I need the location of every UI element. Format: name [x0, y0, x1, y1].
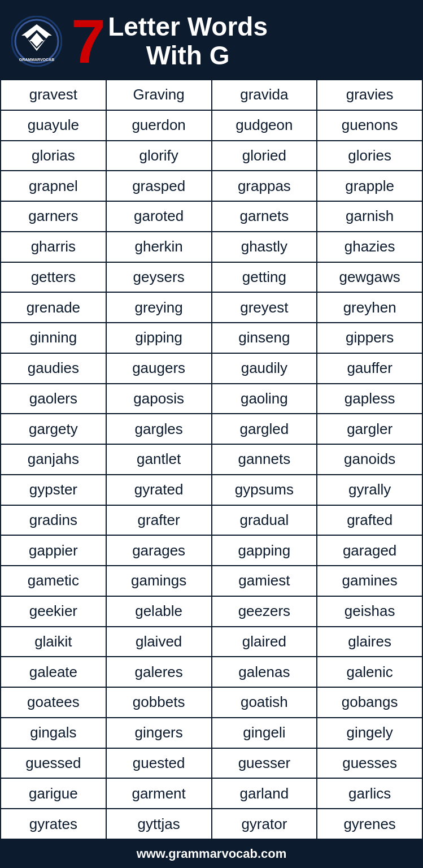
word-table: gravestGravinggravidagraviesguayuleguerd… — [0, 79, 423, 840]
word-cell: ginseng — [212, 323, 317, 353]
word-cell: gapping — [212, 535, 317, 566]
word-cell: grapple — [317, 171, 422, 201]
table-row: goateesgobbetsgoatishgobangs — [1, 687, 422, 718]
word-cell: gapless — [317, 384, 422, 414]
word-cell: greyhen — [317, 292, 422, 323]
word-cell: galenas — [212, 657, 317, 687]
word-cell: gingeli — [212, 718, 317, 748]
word-cell: Graving — [106, 80, 212, 110]
table-row: gharrisgherkinghastlyghazies — [1, 232, 422, 262]
table-row: ganjahsgantletgannetsganoids — [1, 444, 422, 475]
word-cell: getters — [1, 262, 106, 293]
word-cell: gravest — [1, 80, 106, 110]
table-row: grapnelgraspedgrappasgrapple — [1, 171, 422, 201]
word-cell: gherkin — [106, 232, 212, 262]
word-cell: gingals — [1, 718, 106, 748]
word-cell: gelable — [106, 596, 212, 627]
word-cell: gravida — [212, 80, 317, 110]
word-cell: gingers — [106, 718, 212, 748]
word-cell: gradins — [1, 505, 106, 536]
word-cell: goatees — [1, 687, 106, 718]
word-cell: garoted — [106, 201, 212, 232]
word-cell: gantlet — [106, 444, 212, 475]
word-cell: greyest — [212, 292, 317, 323]
word-cell: grenade — [1, 292, 106, 323]
footer-url: www.grammarvocab.com — [137, 847, 287, 861]
word-cell: gravies — [317, 80, 422, 110]
word-cell: gargety — [1, 414, 106, 444]
word-cell: gametic — [1, 566, 106, 596]
word-cell: grafted — [317, 505, 422, 536]
word-cell: guessed — [1, 748, 106, 779]
word-cell: glorias — [1, 141, 106, 171]
word-cell: glories — [317, 141, 422, 171]
word-cell: garlics — [317, 778, 422, 809]
table-row: gyratesgyttjasgyratorgyrenes — [1, 809, 422, 839]
word-cell: gargled — [212, 414, 317, 444]
word-cell: gudgeon — [212, 110, 317, 141]
word-cell: guested — [106, 748, 212, 779]
word-cell: ginning — [1, 323, 106, 353]
word-cell: gaoling — [212, 384, 317, 414]
word-cell: garland — [212, 778, 317, 809]
word-cell: ganjahs — [1, 444, 106, 475]
table-row: gypstergyratedgypsumsgyrally — [1, 475, 422, 505]
table-row: grenadegreyinggreyestgreyhen — [1, 292, 422, 323]
big-number: 7 — [71, 10, 106, 72]
word-cell: garment — [106, 778, 212, 809]
svg-text:GRAMMARVOCAB: GRAMMARVOCAB — [19, 58, 54, 62]
word-cell: gewgaws — [317, 262, 422, 293]
word-cell: gypster — [1, 475, 106, 505]
word-cell: goatish — [212, 687, 317, 718]
page-title: Letter Words With G — [108, 12, 268, 70]
table-row: gravestGravinggravidagravies — [1, 80, 422, 110]
word-cell: garners — [1, 201, 106, 232]
word-cell: gargles — [106, 414, 212, 444]
page-header: GRAMMARVOCAB 7 Letter Words With G — [0, 0, 423, 79]
table-row: ginninggippingginsenggippers — [1, 323, 422, 353]
table-row: gaolersgaposisgaolinggapless — [1, 384, 422, 414]
word-cell: gyrated — [106, 475, 212, 505]
table-row: gappiergaragesgappinggaraged — [1, 535, 422, 566]
table-row: gameticgamingsgamiestgamines — [1, 566, 422, 596]
word-cell: guerdon — [106, 110, 212, 141]
word-cell: guenons — [317, 110, 422, 141]
word-cell: ghastly — [212, 232, 317, 262]
word-cell: ghazies — [317, 232, 422, 262]
word-cell: geishas — [317, 596, 422, 627]
table-row: geekiergelablegeezersgeishas — [1, 596, 422, 627]
word-cell: galenic — [317, 657, 422, 687]
word-cell: grappas — [212, 171, 317, 201]
word-cell: getting — [212, 262, 317, 293]
word-cell: gauffer — [317, 353, 422, 384]
word-cell: galeate — [1, 657, 106, 687]
table-row: gargetygarglesgargledgargler — [1, 414, 422, 444]
table-row: gradinsgraftergradualgrafted — [1, 505, 422, 536]
word-cell: gamings — [106, 566, 212, 596]
word-cell: glaired — [212, 627, 317, 657]
table-row: glaikitglaivedglairedglaires — [1, 627, 422, 657]
word-cell: guesser — [212, 748, 317, 779]
word-cell: garaged — [317, 535, 422, 566]
word-cell: glorify — [106, 141, 212, 171]
word-cell: gyrates — [1, 809, 106, 839]
word-cell: guesses — [317, 748, 422, 779]
word-cell: gaudies — [1, 353, 106, 384]
table-row: gettersgeysersgettinggewgaws — [1, 262, 422, 293]
word-cell: glaires — [317, 627, 422, 657]
word-cell: greying — [106, 292, 212, 323]
word-cell: geekier — [1, 596, 106, 627]
table-row: guessedguestedguesserguesses — [1, 748, 422, 779]
word-cell: gipping — [106, 323, 212, 353]
word-cell: gobangs — [317, 687, 422, 718]
word-cell: garnish — [317, 201, 422, 232]
word-cell: gharris — [1, 232, 106, 262]
word-cell: gyrenes — [317, 809, 422, 839]
word-cell: gyttjas — [106, 809, 212, 839]
table-row: garnersgarotedgarnetsgarnish — [1, 201, 422, 232]
word-cell: garages — [106, 535, 212, 566]
table-row: guayuleguerdongudgeonguenons — [1, 110, 422, 141]
word-cell: gannets — [212, 444, 317, 475]
page-footer: www.grammarvocab.com — [0, 840, 423, 868]
word-cell: gloried — [212, 141, 317, 171]
